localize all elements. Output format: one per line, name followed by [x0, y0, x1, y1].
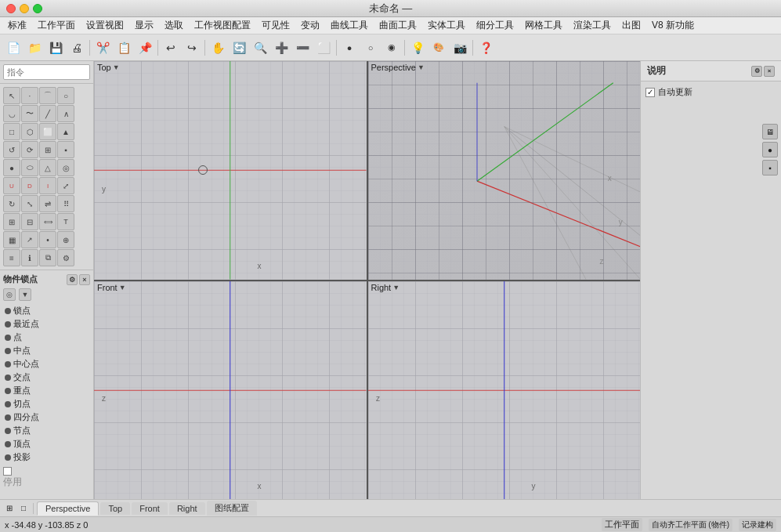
tool-curve[interactable]: ⌒ — [39, 87, 56, 104]
tool-cone[interactable]: △ — [39, 159, 56, 176]
tool-group[interactable]: ⊞ — [3, 213, 20, 230]
snap-filter-btn[interactable]: ▼ — [19, 288, 31, 301]
tool-polygon[interactable]: ⬡ — [21, 123, 38, 140]
menu-curves[interactable]: 曲线工具 — [326, 17, 373, 34]
menu-solids[interactable]: 实体工具 — [423, 17, 470, 34]
menu-standard[interactable]: 标准 — [3, 17, 31, 34]
command-input-field[interactable] — [3, 64, 90, 80]
toolbar-new[interactable]: 📄 — [3, 38, 24, 58]
auto-update-checkbox[interactable]: ✓ — [645, 88, 655, 97]
toolbar-undo[interactable]: ↩ — [161, 38, 181, 58]
toolbar-print[interactable]: 🖨 — [67, 38, 87, 58]
viewport-front[interactable]: Front ▼ z x — [94, 281, 367, 500]
tool-hatch[interactable]: ▦ — [3, 231, 20, 248]
rp-icon-sphere[interactable]: ● — [762, 142, 778, 157]
menu-render[interactable]: 渲染工具 — [569, 17, 616, 34]
tool-history[interactable]: ⊕ — [57, 231, 74, 248]
minimize-button[interactable] — [20, 4, 29, 13]
tool-revolve[interactable]: ↺ — [3, 141, 20, 158]
menu-subd[interactable]: 细分工具 — [472, 17, 519, 34]
tool-settings[interactable]: ⚙ — [57, 249, 74, 266]
tool-torus[interactable]: ◎ — [57, 159, 74, 176]
toolbar-zoom-in[interactable]: ➕ — [271, 38, 291, 58]
toolbar-light[interactable]: 💡 — [407, 38, 428, 58]
tool-extrude[interactable]: ▲ — [57, 123, 74, 140]
toolbar-rotate[interactable]: 🔄 — [229, 38, 249, 58]
toolbar-wire[interactable]: ○ — [360, 38, 381, 58]
tool-text[interactable]: T — [57, 213, 74, 230]
tool-box[interactable]: ▪ — [57, 141, 74, 158]
menu-workplane[interactable]: 工作平面 — [33, 17, 80, 34]
rp-icon-box[interactable]: ▪ — [762, 160, 778, 176]
tool-analyze[interactable]: ⧉ — [39, 249, 56, 266]
toolbar-zoom-window[interactable]: ⬜ — [313, 38, 334, 58]
menu-v8[interactable]: V8 新功能 — [647, 17, 699, 34]
tool-boolean-union[interactable]: U — [3, 177, 20, 194]
menu-transform[interactable]: 变动 — [296, 17, 324, 34]
viewport-perspective-arrow[interactable]: ▼ — [418, 63, 425, 71]
toolbar-zoom-out[interactable]: ➖ — [292, 38, 313, 58]
statusbar-record[interactable]: 记录建构 — [739, 519, 776, 531]
menu-select[interactable]: 选取 — [160, 17, 188, 34]
statusbar-snap-toggle[interactable]: 自动齐工作平面 (物件) — [649, 519, 732, 531]
tool-ungroup[interactable]: ⊟ — [21, 213, 38, 230]
right-panel-options-btn[interactable]: ⚙ — [751, 66, 762, 77]
btab-perspective[interactable]: Perspective — [37, 501, 99, 516]
tool-circle[interactable]: ○ — [57, 87, 74, 104]
close-button[interactable] — [6, 4, 16, 13]
tool-rect[interactable]: □ — [3, 123, 20, 140]
toolbar-paste[interactable]: 📌 — [135, 38, 155, 58]
toolbar-copy[interactable]: 📋 — [114, 38, 134, 58]
toolbar-open[interactable]: 📁 — [24, 38, 45, 58]
right-panel-close-btn[interactable]: × — [764, 66, 775, 77]
tool-select-cursor[interactable]: ↖ — [3, 87, 20, 104]
menu-output[interactable]: 出图 — [617, 17, 645, 34]
snap-option-2[interactable]: × — [79, 274, 90, 285]
menu-visibility[interactable]: 可见性 — [257, 17, 295, 34]
tool-sweep[interactable]: ⟳ — [21, 141, 38, 158]
btab-front[interactable]: Front — [132, 502, 168, 515]
toolbar-pan[interactable]: ✋ — [208, 38, 228, 58]
tool-freeform[interactable]: 〜 — [21, 105, 38, 122]
tool-point[interactable]: · — [21, 87, 38, 104]
tool-layers[interactable]: ≡ — [3, 249, 20, 266]
btab-layout[interactable]: 图纸配置 — [207, 501, 257, 516]
toolbar-help[interactable]: ❓ — [475, 38, 496, 58]
viewport-perspective[interactable]: Perspective ▼ — [368, 61, 641, 280]
tool-properties[interactable]: ℹ — [21, 249, 38, 266]
viewport-right[interactable]: Right ▼ z y — [368, 281, 641, 500]
menu-mesh[interactable]: 网格工具 — [520, 17, 567, 34]
toolbar-camera[interactable]: 📷 — [450, 38, 470, 58]
menu-display[interactable]: 显示 — [130, 17, 158, 34]
tool-boolean-diff[interactable]: D — [21, 177, 38, 194]
tool-cylinder[interactable]: ⬭ — [21, 159, 38, 176]
menu-setview[interactable]: 设置视图 — [81, 17, 128, 34]
tool-boolean-int[interactable]: I — [39, 177, 56, 194]
tool-arc[interactable]: ◡ — [3, 105, 20, 122]
toolbar-shaded[interactable]: ● — [339, 38, 360, 58]
tool-polyline[interactable]: ∧ — [57, 105, 74, 122]
btab-top[interactable]: Top — [100, 502, 130, 515]
viewport-top-arrow[interactable]: ▼ — [113, 63, 120, 71]
toolbar-rendered[interactable]: ◉ — [381, 38, 402, 58]
menu-surfaces[interactable]: 曲面工具 — [374, 17, 421, 34]
toolbar-cut[interactable]: ✂️ — [92, 38, 113, 58]
btab-rect-icon[interactable]: □ — [17, 502, 30, 515]
toolbar-redo[interactable]: ↪ — [182, 38, 202, 58]
tool-dim[interactable]: ⟺ — [39, 213, 56, 230]
tool-move[interactable]: ⤢ — [57, 177, 74, 194]
tool-rotate-3d[interactable]: ↻ — [3, 195, 20, 212]
tool-surface[interactable]: ⬜ — [39, 123, 56, 140]
snap-disable-checkbox[interactable] — [3, 467, 12, 476]
btab-right[interactable]: Right — [169, 502, 205, 515]
statusbar-workplane[interactable]: 工作平面 — [602, 518, 642, 531]
tool-mirror[interactable]: ⇌ — [39, 195, 56, 212]
toolbar-save[interactable]: 💾 — [45, 38, 66, 58]
tool-array[interactable]: ⠿ — [57, 195, 74, 212]
btab-grid-icon[interactable]: ⊞ — [3, 502, 16, 515]
tool-scale[interactable]: ⤡ — [21, 195, 38, 212]
tool-line[interactable]: ╱ — [39, 105, 56, 122]
viewport-top[interactable]: Top ▼ y — [94, 61, 367, 280]
viewport-front-arrow[interactable]: ▼ — [119, 284, 126, 291]
snap-option-1[interactable]: ⚙ — [67, 274, 78, 285]
